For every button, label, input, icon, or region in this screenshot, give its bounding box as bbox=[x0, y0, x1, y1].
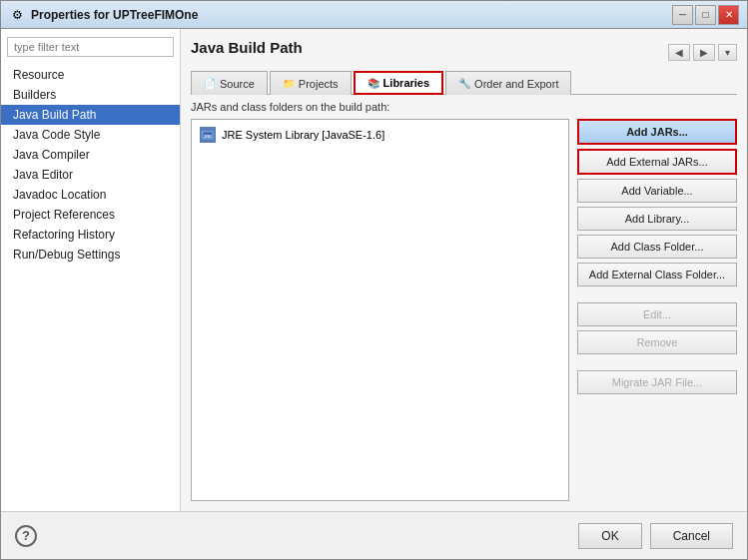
build-path-area: JRE JRE System Library [JavaSE-1.6] Add … bbox=[191, 119, 737, 501]
title-bar: ⚙ Properties for UPTreeFIMOne ─ □ ✕ bbox=[1, 1, 747, 29]
bottom-bar: ? OK Cancel bbox=[1, 511, 747, 559]
svg-text:JRE: JRE bbox=[204, 134, 213, 139]
add-jars-button[interactable]: Add JARs... bbox=[577, 119, 737, 145]
sidebar: Resource Builders Java Build Path Java C… bbox=[1, 29, 181, 511]
tab-source[interactable]: 📄 Source bbox=[191, 71, 268, 95]
jre-lib-icon: JRE bbox=[201, 127, 215, 143]
edit-button[interactable]: Edit... bbox=[577, 302, 737, 326]
remove-button[interactable]: Remove bbox=[577, 330, 737, 354]
sidebar-item-resource[interactable]: Resource bbox=[1, 65, 180, 85]
window-controls: ─ □ ✕ bbox=[672, 5, 739, 25]
order-export-tab-icon: 🔧 bbox=[458, 78, 470, 89]
help-button[interactable]: ? bbox=[15, 525, 37, 547]
jre-icon: JRE bbox=[200, 127, 216, 143]
tabs: 📄 Source 📁 Projects 📚 Libraries 🔧 Order … bbox=[191, 70, 737, 95]
sidebar-item-refactoring-history[interactable]: Refactoring History bbox=[1, 225, 180, 245]
panel-title: Java Build Path bbox=[191, 39, 303, 56]
sidebar-item-java-compiler[interactable]: Java Compiler bbox=[1, 145, 180, 165]
content-area: Resource Builders Java Build Path Java C… bbox=[1, 29, 747, 511]
sidebar-item-project-references[interactable]: Project References bbox=[1, 205, 180, 225]
sidebar-item-builders[interactable]: Builders bbox=[1, 85, 180, 105]
minimize-button[interactable]: ─ bbox=[672, 5, 693, 25]
tab-libraries-label: Libraries bbox=[383, 77, 429, 89]
bottom-buttons: OK Cancel bbox=[578, 523, 733, 549]
forward-button[interactable]: ▶ bbox=[693, 44, 715, 61]
maximize-button[interactable]: □ bbox=[695, 5, 716, 25]
filter-input[interactable] bbox=[7, 37, 174, 57]
add-external-jars-button[interactable]: Add External JARs... bbox=[577, 149, 737, 175]
description-text: JARs and class folders on the build path… bbox=[191, 101, 737, 113]
close-button[interactable]: ✕ bbox=[718, 5, 739, 25]
sidebar-item-java-editor[interactable]: Java Editor bbox=[1, 165, 180, 185]
jre-label: JRE System Library [JavaSE-1.6] bbox=[222, 129, 384, 141]
dropdown-button[interactable]: ▾ bbox=[718, 44, 737, 61]
tab-source-label: Source bbox=[220, 78, 255, 90]
tab-order-export-label: Order and Export bbox=[474, 78, 558, 90]
sidebar-item-javadoc-location[interactable]: Javadoc Location bbox=[1, 185, 180, 205]
add-external-class-folder-button[interactable]: Add External Class Folder... bbox=[577, 263, 737, 286]
tab-libraries[interactable]: 📚 Libraries bbox=[354, 71, 443, 95]
sidebar-item-run-debug-settings[interactable]: Run/Debug Settings bbox=[1, 245, 180, 265]
action-buttons: Add JARs... Add External JARs... Add Var… bbox=[577, 119, 737, 501]
ok-button[interactable]: OK bbox=[578, 523, 641, 549]
source-tab-icon: 📄 bbox=[204, 78, 216, 89]
window-title: Properties for UPTreeFIMOne bbox=[31, 8, 666, 22]
sidebar-item-java-code-style[interactable]: Java Code Style bbox=[1, 125, 180, 145]
window-icon: ⚙ bbox=[9, 7, 25, 23]
tab-order-export[interactable]: 🔧 Order and Export bbox=[445, 71, 571, 95]
tab-projects[interactable]: 📁 Projects bbox=[270, 71, 352, 95]
migrate-jar-button[interactable]: Migrate JAR File... bbox=[577, 370, 737, 394]
libraries-tab-icon: 📚 bbox=[368, 78, 379, 89]
lib-item-jre[interactable]: JRE JRE System Library [JavaSE-1.6] bbox=[196, 124, 564, 146]
cancel-button[interactable]: Cancel bbox=[650, 523, 733, 549]
back-button[interactable]: ◀ bbox=[668, 44, 690, 61]
libs-list[interactable]: JRE JRE System Library [JavaSE-1.6] bbox=[191, 119, 569, 501]
add-variable-button[interactable]: Add Variable... bbox=[577, 179, 737, 203]
projects-tab-icon: 📁 bbox=[283, 78, 295, 89]
nav-buttons: ◀ ▶ ▾ bbox=[668, 44, 737, 61]
main-panel: Java Build Path ◀ ▶ ▾ 📄 Source 📁 Project… bbox=[181, 29, 747, 511]
add-library-button[interactable]: Add Library... bbox=[577, 207, 737, 231]
add-class-folder-button[interactable]: Add Class Folder... bbox=[577, 235, 737, 259]
properties-window: ⚙ Properties for UPTreeFIMOne ─ □ ✕ Reso… bbox=[0, 0, 748, 560]
sidebar-item-java-build-path[interactable]: Java Build Path bbox=[1, 105, 180, 125]
tab-projects-label: Projects bbox=[299, 78, 339, 90]
